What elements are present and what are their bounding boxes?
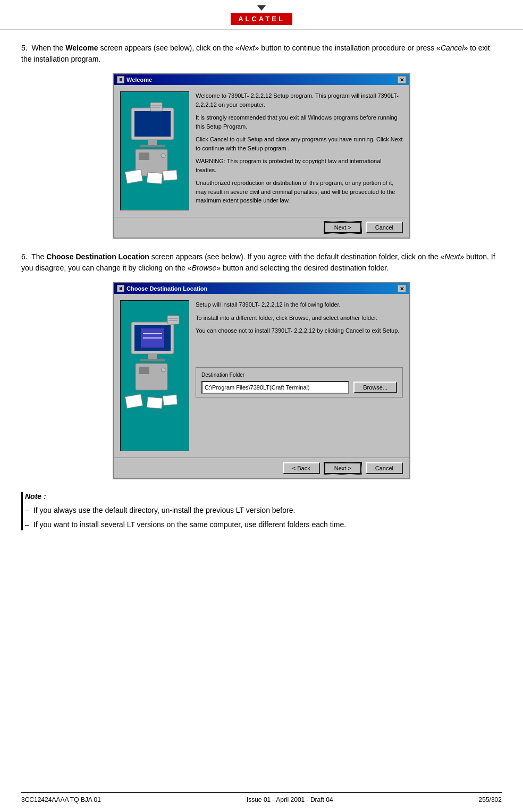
choose-dest-computer-svg (121, 301, 189, 450)
welcome-dialog-body: Welcome to 7390LT- 2.2.2.12 Setup progra… (114, 85, 409, 217)
step-5-text-before: When the (31, 44, 63, 52)
dialog-icon: 🖥 (117, 76, 124, 83)
note-item-2: – If you want to install several LT vers… (25, 519, 502, 530)
choose-dest-titlebar-left: 🖥 Choose Destination Location (117, 285, 207, 292)
svg-rect-3 (140, 145, 165, 147)
svg-rect-7 (125, 170, 142, 184)
welcome-dialog: 🖥 Welcome ✕ (113, 73, 410, 239)
titlebar-left: 🖥 Welcome (117, 76, 152, 83)
choose-dest-next-button[interactable]: Next > (324, 462, 361, 474)
footer-center: Issue 01 - April 2001 - Draft 04 (247, 796, 333, 803)
choose-dest-line-2: To install into a different folder, clic… (196, 314, 403, 323)
choose-dest-dialog-footer: < Back Next > Cancel (114, 458, 409, 478)
welcome-dialog-footer: Next > Cancel (114, 217, 409, 238)
alcatel-logo: ALCATEL (231, 5, 292, 25)
svg-rect-18 (148, 354, 157, 359)
welcome-dialog-titlebar: 🖥 Welcome ✕ (114, 74, 409, 85)
step-6-number: 6. (21, 252, 28, 261)
welcome-line-3: Click Cancel to quit Setup and close any… (196, 135, 403, 153)
welcome-next-button[interactable]: Next > (324, 222, 361, 233)
computer-svg-illustration (121, 92, 189, 209)
welcome-cancel-button[interactable]: Cancel (366, 222, 403, 233)
dest-folder-row: C:\Program Files\7390LT(Craft Terminal) … (201, 381, 397, 394)
dest-folder-section: Destination Folder C:\Program Files\7390… (196, 367, 403, 398)
choose-dest-close-btn[interactable]: ✕ (398, 285, 406, 292)
main-content: 5. When the Welcome screen appears (see … (0, 30, 523, 544)
choose-dest-cancel-button[interactable]: Cancel (366, 462, 403, 474)
note-item-1: – If you always use the default director… (25, 505, 502, 516)
svg-point-6 (161, 154, 165, 158)
note-section: Note : – If you always use the default d… (21, 492, 502, 530)
welcome-dialog-title: Welcome (126, 77, 152, 83)
svg-point-22 (161, 368, 165, 372)
welcome-close-btn[interactable]: ✕ (398, 76, 406, 83)
step-6-text-before: The (31, 252, 44, 261)
welcome-dialog-text-area: Welcome to 7390LT- 2.2.2.12 Setup progra… (196, 91, 403, 210)
browse-button[interactable]: Browse... (353, 382, 397, 393)
svg-rect-24 (147, 397, 163, 409)
choose-dest-text-area: Setup will install 7390LT- 2.2.2.12 in t… (196, 300, 403, 451)
step-6-text-end: » button and selecting the desired desti… (216, 264, 389, 272)
svg-rect-21 (139, 367, 149, 374)
svg-rect-26 (167, 316, 179, 324)
footer-left: 3CC12424AAAA TQ BJA 01 (21, 796, 101, 803)
note-dash-1: – (25, 505, 29, 516)
welcome-illustration (120, 91, 189, 210)
svg-rect-2 (148, 140, 157, 145)
choose-dest-line-3: You can choose not to install 7390LT- 2.… (196, 326, 403, 335)
step-5-next-italic: Next (240, 44, 255, 52)
choose-dest-illustration (120, 300, 189, 451)
step-6-text-after: screen appears (see below). If you agree… (151, 252, 445, 261)
welcome-line-4: WARNING: This program is protected by co… (196, 157, 403, 174)
welcome-line-5: Unauthorized reproduction or distributio… (196, 179, 403, 205)
footer-right: 255/302 (479, 796, 502, 803)
step-6-next-italic: Next (445, 252, 460, 261)
page-footer: 3CC12424AAAA TQ BJA 01 Issue 01 - April … (21, 792, 502, 803)
choose-dest-dialog-icon: 🖥 (117, 285, 124, 292)
note-text-1: If you always use the default directory,… (33, 505, 296, 516)
choose-dest-dialog-wrapper: 🖥 Choose Destination Location ✕ (21, 282, 502, 479)
svg-rect-25 (163, 395, 177, 405)
step-5-block: 5. When the Welcome screen appears (see … (21, 43, 502, 239)
svg-rect-8 (147, 172, 163, 184)
svg-rect-10 (150, 103, 162, 111)
step-5-cancel-italic: Cancel (441, 44, 464, 52)
svg-rect-5 (139, 153, 149, 160)
note-text-2: If you want to install several LT versio… (33, 519, 346, 530)
note-title: Note : (25, 492, 502, 501)
choose-dest-dialog: 🖥 Choose Destination Location ✕ (113, 282, 410, 479)
note-dash-2: – (25, 519, 29, 530)
step-5-text-after-next: » button to continue the installation pr… (255, 44, 440, 52)
svg-rect-23 (125, 394, 142, 409)
choose-dest-back-button[interactable]: < Back (283, 462, 320, 474)
svg-rect-1 (134, 111, 171, 137)
choose-dest-line-1: Setup will install 7390LT- 2.2.2.12 in t… (196, 300, 403, 309)
step-6-text: 6. The Choose Destination Location scree… (21, 251, 502, 274)
choose-dest-titlebar: 🖥 Choose Destination Location ✕ (114, 283, 409, 294)
svg-rect-9 (163, 170, 177, 181)
welcome-line-2: It is strongly recommended that you exit… (196, 113, 403, 131)
svg-rect-19 (140, 359, 165, 361)
choose-dest-dialog-title: Choose Destination Location (126, 285, 207, 292)
dest-folder-label: Destination Folder (201, 371, 397, 379)
step-6-title-bold: Choose Destination Location (46, 252, 149, 261)
choose-dest-dialog-body: Setup will install 7390LT- 2.2.2.12 in t… (114, 294, 409, 458)
step-5-welcome-bold: Welcome (65, 44, 98, 52)
step-5-text-after: screen appears (see below), click on the… (100, 44, 239, 52)
step-6-browse-italic: Browse (192, 264, 217, 272)
step-6-block: 6. The Choose Destination Location scree… (21, 251, 502, 479)
step-5-text: 5. When the Welcome screen appears (see … (21, 43, 502, 65)
logo-arrow-icon (257, 5, 266, 11)
dest-folder-input[interactable]: C:\Program Files\7390LT(Craft Terminal) (201, 381, 349, 394)
step-5-number: 5. (21, 44, 28, 52)
page-header: ALCATEL (0, 0, 523, 30)
welcome-line-1: Welcome to 7390LT- 2.2.2.12 Setup progra… (196, 91, 403, 109)
logo-text: ALCATEL (231, 13, 292, 25)
welcome-dialog-wrapper: 🖥 Welcome ✕ (21, 73, 502, 239)
